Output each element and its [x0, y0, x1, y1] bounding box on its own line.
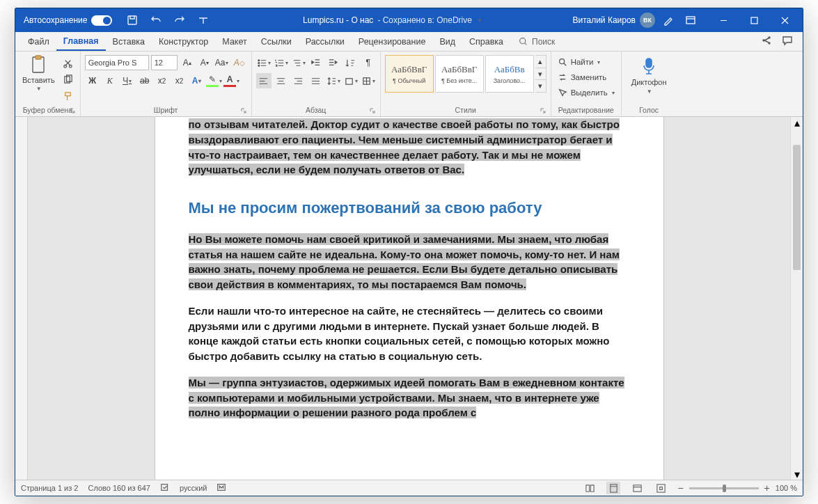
tab-mailings[interactable]: Рассылки — [299, 32, 352, 51]
chevron-down-icon[interactable]: ▼ — [477, 17, 482, 24]
page-scroll[interactable]: по отзывам читателей. Доктор судит о кач… — [28, 117, 790, 480]
autosave-toggle[interactable]: Автосохранение — [18, 15, 118, 26]
undo-button[interactable] — [147, 11, 165, 29]
change-case-button[interactable]: Aa▾ — [214, 55, 230, 70]
read-mode-button[interactable] — [583, 482, 597, 494]
maximize-button[interactable] — [739, 10, 769, 31]
font-size-combo[interactable]: 12 — [151, 55, 178, 70]
replace-button[interactable]: Заменить — [556, 70, 617, 84]
zoom-out-button[interactable]: − — [677, 482, 683, 494]
strike-button[interactable]: ab — [137, 73, 152, 88]
zoom-slider[interactable] — [689, 487, 759, 489]
tab-file[interactable]: Файл — [21, 32, 56, 51]
indent-left-button[interactable] — [308, 55, 324, 70]
multilevel-button[interactable]: ▾ — [291, 55, 306, 70]
tab-design[interactable]: Конструктор — [152, 32, 215, 51]
paragraph[interactable]: Мы — группа энтузиастов, одержимых идеей… — [189, 375, 630, 420]
font-color-button[interactable]: A▾ — [224, 73, 239, 88]
paragraph[interactable]: по отзывам читателей. Доктор судит о кач… — [189, 117, 630, 178]
redo-button[interactable] — [171, 11, 189, 29]
bold-button[interactable]: Ж — [85, 73, 100, 88]
tab-review[interactable]: Рецензирование — [352, 32, 433, 51]
close-button[interactable] — [769, 10, 800, 31]
shading-button[interactable]: ▾ — [343, 73, 359, 88]
minimize-button[interactable] — [708, 10, 739, 31]
tab-view[interactable]: Вид — [432, 32, 462, 51]
drawing-mode-icon[interactable] — [659, 11, 677, 29]
titlebar: Автосохранение Lumpics.ru - О нас - Сохр… — [15, 8, 803, 32]
subscript-button[interactable]: x2 — [155, 73, 170, 88]
print-layout-button[interactable] — [606, 482, 620, 494]
share-button[interactable] — [761, 35, 772, 48]
style-heading1[interactable]: АаБбВвЗаголово... — [485, 55, 534, 93]
cut-button[interactable] — [61, 55, 76, 70]
dialog-launcher-icon[interactable] — [69, 107, 77, 116]
search-box[interactable]: Поиск — [519, 32, 555, 51]
tab-layout[interactable]: Макет — [215, 32, 253, 51]
dictate-button[interactable]: Диктофон ▼ — [626, 54, 673, 95]
format-painter-button[interactable] — [61, 88, 76, 104]
style-nospacing[interactable]: АаБбВвГ¶ Без инте... — [435, 55, 484, 93]
dialog-launcher-icon[interactable] — [240, 107, 249, 116]
tab-references[interactable]: Ссылки — [254, 32, 299, 51]
vertical-scrollbar[interactable]: ▴ ▾ — [790, 117, 803, 480]
align-center-button[interactable] — [274, 73, 289, 88]
page-indicator[interactable]: Страница 1 из 2 — [21, 484, 78, 492]
align-left-button[interactable] — [256, 73, 272, 88]
superscript-button[interactable]: x2 — [172, 73, 187, 88]
group-editing: Найти▾ Заменить Выделить▾ Редактирование — [551, 52, 622, 116]
paragraph[interactable]: Если нашли что-то интересное на сайте, н… — [189, 304, 630, 364]
saved-location[interactable]: - Сохранено в: OneDrive — [377, 15, 472, 25]
style-normal[interactable]: АаБбВвГ¶ Обычный — [385, 55, 434, 93]
zoom-level[interactable]: 100 % — [776, 484, 797, 492]
bullets-button[interactable]: ▾ — [256, 55, 272, 70]
dialog-launcher-icon[interactable] — [540, 107, 548, 116]
document-page[interactable]: по отзывам читателей. Доктор судит о кач… — [155, 117, 663, 480]
tab-help[interactable]: Справка — [462, 32, 510, 51]
font-name-combo[interactable]: Georgia Pro S — [85, 55, 149, 70]
focus-mode-button[interactable] — [654, 482, 668, 494]
web-layout-button[interactable] — [630, 482, 644, 494]
justify-button[interactable] — [308, 73, 324, 88]
user-name[interactable]: Виталий Каиров — [572, 15, 636, 25]
ribbon-options-button[interactable] — [682, 11, 700, 29]
shrink-font-button[interactable]: A▾ — [197, 55, 212, 70]
zoom-in-button[interactable]: + — [764, 482, 770, 494]
heading[interactable]: Мы не просим пожертвований за свою работ… — [189, 197, 630, 219]
underline-button[interactable]: Ч▾ — [120, 73, 135, 88]
tab-home[interactable]: Главная — [56, 32, 106, 51]
clear-format-button[interactable]: A◇ — [232, 55, 247, 70]
sort-button[interactable] — [343, 55, 359, 70]
align-right-button[interactable] — [291, 73, 306, 88]
scroll-up-icon[interactable]: ▴ — [791, 117, 803, 128]
line-spacing-button[interactable]: ▾ — [326, 73, 341, 88]
highlight-button[interactable]: ✎▾ — [207, 73, 222, 88]
borders-button[interactable]: ▾ — [361, 73, 376, 88]
paragraph[interactable]: Но Вы можете помочь нам своей критикой и… — [189, 232, 630, 292]
comments-button[interactable] — [782, 35, 793, 48]
qat-customize[interactable] — [194, 11, 212, 29]
vertical-ruler[interactable] — [15, 117, 28, 480]
word-count[interactable]: Слово 160 из 647 — [88, 484, 150, 492]
language-indicator[interactable]: русский — [180, 484, 207, 492]
paste-button[interactable]: Вставить ▼ — [19, 54, 58, 93]
scroll-thumb[interactable] — [793, 145, 801, 270]
grow-font-button[interactable]: A▴ — [180, 55, 195, 70]
text-effects-button[interactable]: A▾ — [189, 73, 205, 88]
scroll-down-icon[interactable]: ▾ — [791, 468, 803, 480]
dialog-launcher-icon[interactable] — [369, 107, 377, 116]
copy-button[interactable] — [61, 72, 76, 87]
find-button[interactable]: Найти▾ — [556, 55, 617, 69]
macro-icon[interactable] — [217, 482, 226, 494]
indent-right-button[interactable] — [326, 55, 341, 70]
numbering-button[interactable]: ▾ — [274, 55, 289, 70]
italic-button[interactable]: К — [102, 73, 118, 88]
spellcheck-icon[interactable] — [160, 482, 170, 494]
show-marks-button[interactable]: ¶ — [361, 55, 376, 70]
ribbon: Вставить ▼ Буфер обмена Georgia Pro S 12… — [15, 52, 803, 117]
styles-gallery-more[interactable]: ▴▾▾ — [535, 55, 546, 93]
avatar[interactable]: ВК — [640, 13, 655, 28]
tab-insert[interactable]: Вставка — [106, 32, 152, 51]
select-button[interactable]: Выделить▾ — [556, 86, 617, 100]
save-button[interactable] — [123, 11, 141, 29]
